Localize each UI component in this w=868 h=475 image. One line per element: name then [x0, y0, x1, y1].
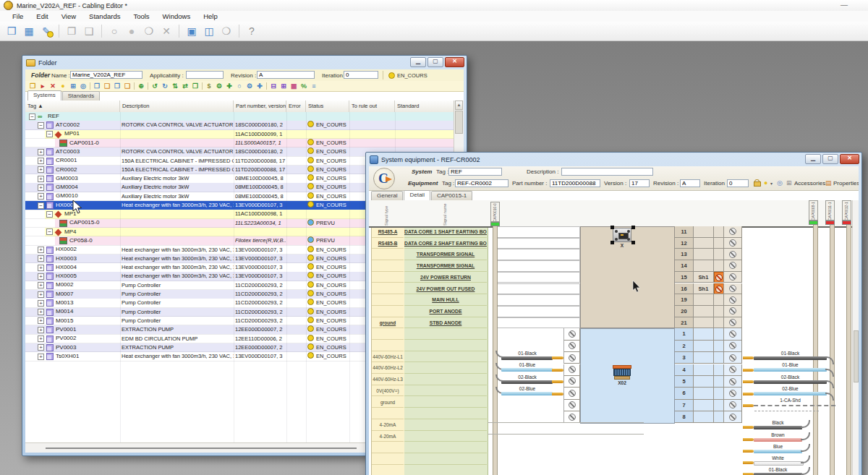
maximize-button[interactable]: ▢ — [822, 154, 838, 164]
record-icon[interactable]: ● — [123, 23, 140, 39]
revision-input[interactable] — [257, 71, 315, 79]
signal-type-cell[interactable] — [372, 442, 404, 453]
expand-toggle[interactable]: + — [38, 291, 44, 298]
cable-run[interactable] — [846, 225, 851, 475]
signal-name-cell[interactable]: 24V POWER RETURN — [404, 272, 487, 283]
screw-terminal-icon[interactable] — [729, 307, 736, 314]
column-header-status[interactable]: Status — [306, 100, 349, 112]
menu-windows[interactable]: Windows — [156, 12, 197, 20]
swap-icon[interactable]: ⇄ — [180, 82, 190, 90]
terminal-cell[interactable] — [563, 341, 580, 352]
connector-x02[interactable] — [613, 365, 631, 380]
signal-name-cell[interactable]: DATA CORE 1 SHAFT EARTING BOX — [404, 226, 487, 238]
expand-toggle[interactable]: − — [29, 114, 35, 120]
terminal-cell[interactable] — [724, 364, 742, 376]
iteration-input[interactable] — [727, 179, 749, 187]
wire[interactable] — [501, 380, 553, 384]
expand-toggle[interactable]: + — [38, 354, 44, 360]
equipment-tag-input[interactable] — [455, 179, 509, 187]
terminal-cell[interactable] — [724, 294, 742, 306]
selection-handle[interactable] — [610, 226, 614, 229]
hierarchy-icon[interactable]: ⊟ — [268, 82, 278, 90]
signal-type-cell[interactable]: RS485-A — [372, 226, 404, 238]
accessories-button[interactable]: Accessories — [794, 180, 825, 187]
import-icon[interactable]: ⊕ — [136, 82, 146, 90]
terminal-cell[interactable] — [724, 283, 742, 295]
list-icon[interactable]: ≡ — [309, 82, 319, 90]
delete-icon[interactable]: ✕ — [48, 82, 58, 90]
signal-name-cell[interactable] — [404, 453, 487, 465]
signal-type-cell[interactable]: 0V(400V=) — [372, 385, 404, 397]
column-header-standard[interactable]: Standard — [395, 100, 454, 112]
screw-terminal-icon[interactable] — [569, 377, 576, 385]
screw-terminal-icon[interactable] — [729, 414, 736, 421]
expand-toggle[interactable]: + — [38, 166, 44, 173]
expand-toggle[interactable]: + — [38, 273, 44, 280]
delete-icon[interactable]: ✕ — [158, 23, 175, 39]
viewer-icon[interactable]: ▣ — [183, 23, 200, 39]
globe-icon[interactable]: ◎ — [78, 82, 88, 90]
close-button[interactable]: ✕ — [840, 154, 859, 164]
zoom-icon[interactable]: ○ — [234, 82, 244, 90]
signal-name-cell[interactable]: 24V POWER OUT FUSED — [404, 283, 487, 295]
duplicate-icon[interactable]: ❐ — [190, 82, 200, 90]
terminal-cell[interactable] — [724, 226, 742, 238]
open-folder-icon[interactable]: ❒ — [3, 23, 20, 39]
signal-name-cell[interactable]: TRANSFORMER SIGNAL — [404, 260, 487, 272]
new-window-icon[interactable]: ⊞ — [68, 82, 78, 90]
tab-systems[interactable]: Systems — [27, 90, 61, 100]
wire[interactable] — [754, 405, 835, 406]
terminal-cell[interactable] — [724, 317, 742, 329]
name-input[interactable] — [70, 71, 142, 79]
updown-icon[interactable]: ⇅ — [170, 82, 180, 90]
signal-type-cell[interactable] — [372, 306, 404, 317]
expand-toggle[interactable]: + — [38, 317, 44, 324]
properties-button[interactable]: Properties — [833, 180, 859, 187]
paste-special-icon[interactable]: ❑ — [122, 82, 132, 90]
cable-run[interactable] — [830, 225, 835, 475]
column-header-error[interactable]: Error — [286, 100, 306, 112]
signal-type-cell[interactable]: 4-20mA — [372, 431, 404, 442]
iteration-input[interactable] — [344, 71, 378, 79]
add-blue-icon[interactable]: ✚ — [255, 82, 265, 90]
signal-type-cell[interactable] — [372, 453, 404, 465]
cable-label[interactable]: CAP0012-1 — [842, 200, 851, 221]
cable-label[interactable]: CAP0010-0 — [490, 202, 500, 222]
folder-window-titlebar[interactable]: Folder — [24, 57, 465, 69]
wire[interactable] — [754, 356, 827, 360]
wire[interactable] — [501, 368, 553, 372]
signal-name-cell[interactable]: TRANSFORMER SIGNAL — [404, 249, 487, 260]
terminal-cell[interactable] — [724, 388, 742, 399]
part-number-input[interactable] — [550, 179, 600, 187]
copy-special-icon[interactable]: ❐ — [112, 82, 122, 90]
signal-name-cell[interactable] — [404, 397, 487, 408]
terminal-cell[interactable] — [724, 328, 742, 340]
screw-terminal-icon[interactable] — [729, 285, 736, 292]
expand-toggle[interactable]: + — [38, 335, 44, 342]
signal-type-cell[interactable]: 440V-60Hz-L3 — [372, 374, 404, 385]
screw-terminal-icon[interactable] — [729, 378, 736, 385]
terminal-cell[interactable] — [724, 341, 742, 352]
screw-terminal-icon[interactable] — [569, 401, 576, 408]
paste-icon[interactable]: ❑ — [80, 23, 98, 39]
minimize-button[interactable]: — — [841, 1, 848, 9]
terminal-cell[interactable] — [563, 388, 580, 399]
screw-terminal-icon[interactable] — [729, 251, 736, 258]
screw-terminal-icon[interactable] — [729, 330, 736, 338]
expand-toggle[interactable]: + — [38, 282, 44, 288]
stamp-icon[interactable]: ✎ — [38, 23, 55, 39]
screw-terminal-icon[interactable] — [729, 390, 736, 397]
expand-toggle[interactable]: − — [46, 211, 53, 218]
signal-type-cell[interactable] — [372, 340, 404, 351]
help-icon[interactable]: ? — [243, 23, 260, 39]
screw-terminal-icon[interactable] — [715, 274, 723, 281]
signal-name-cell[interactable]: DATA CORE 2 SHAFT EARTING BOX — [404, 238, 487, 249]
terminal-cell[interactable] — [724, 249, 742, 260]
flag-icon[interactable]: ▸ — [38, 82, 48, 90]
signal-name-cell[interactable] — [404, 340, 487, 351]
screw-terminal-icon[interactable] — [569, 342, 576, 349]
terminal-cell[interactable] — [724, 238, 742, 249]
scrollbar-thumb[interactable] — [854, 330, 859, 382]
tab-general[interactable]: General — [371, 191, 403, 200]
signal-type-cell[interactable]: 440V-60Hz-L2 — [372, 362, 404, 374]
